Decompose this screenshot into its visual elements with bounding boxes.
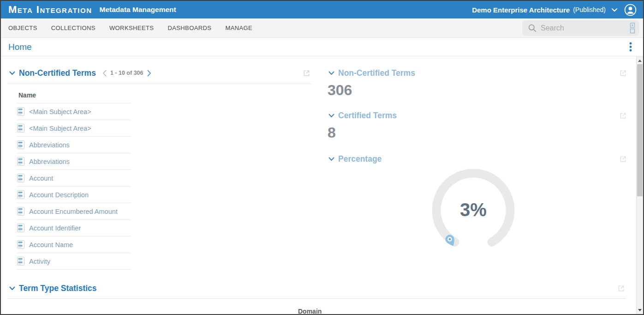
main-nav: OBJECTS COLLECTIONS WORKSHEETS DASHBOARD… bbox=[1, 18, 643, 38]
widget-title: Non-Certified Terms bbox=[338, 68, 415, 78]
term-name: Account Encumbered Amount bbox=[29, 208, 118, 215]
nav-worksheets[interactable]: WORKSHEETS bbox=[109, 24, 154, 31]
term-icon bbox=[17, 124, 24, 133]
list-item[interactable]: Account bbox=[17, 170, 131, 187]
list-item[interactable]: Account Identifier bbox=[17, 220, 131, 236]
term-icon bbox=[17, 257, 24, 266]
open-widget-icon[interactable] bbox=[302, 69, 311, 78]
advanced-search-icon[interactable] bbox=[629, 22, 636, 34]
pagination-range: 1 - 10 of 306 bbox=[110, 70, 143, 76]
non-certified-terms-widget: Non-Certified Terms 306 bbox=[327, 68, 627, 99]
content-area: Non-Certified Terms 1 - 10 of 306 bbox=[1, 56, 643, 314]
term-name: <Main Subject Area> bbox=[29, 125, 91, 132]
scroll-down-button[interactable] bbox=[637, 307, 643, 313]
term-icon bbox=[17, 190, 24, 199]
scrollbar-thumb[interactable] bbox=[637, 64, 643, 196]
list-item[interactable]: Account Description bbox=[17, 187, 131, 203]
open-widget-icon[interactable] bbox=[619, 111, 627, 120]
list-item[interactable]: Account Name bbox=[17, 236, 131, 253]
meta-integration-logo: Meta Integration bbox=[8, 1, 92, 18]
divider bbox=[7, 84, 311, 84]
open-widget-icon[interactable] bbox=[619, 155, 627, 164]
percentage-gauge: 3% bbox=[423, 162, 524, 261]
divider bbox=[7, 298, 626, 299]
repository-status: (Published) bbox=[573, 6, 606, 13]
panel-header: Non-Certified Terms 1 - 10 of 306 bbox=[7, 67, 311, 79]
app-window: Meta Integration Metadata Management Dem… bbox=[0, 0, 644, 315]
nav-dashboards[interactable]: DASHBOARDS bbox=[167, 24, 211, 31]
term-name: Account Description bbox=[29, 191, 89, 199]
vertical-scrollbar[interactable] bbox=[636, 56, 643, 314]
list-item[interactable]: <Main Subject Area> bbox=[17, 103, 131, 120]
collapse-chevron-down-icon[interactable] bbox=[328, 71, 334, 75]
non-certified-terms-panel: Non-Certified Terms 1 - 10 of 306 bbox=[7, 67, 311, 270]
term-icon bbox=[17, 140, 24, 149]
top-bar: Meta Integration Metadata Management Dem… bbox=[1, 1, 643, 18]
app-title: Metadata Management bbox=[100, 6, 176, 14]
term-icon bbox=[17, 157, 24, 166]
term-icon bbox=[17, 174, 24, 182]
terms-list: <Main Subject Area> <Main Subject Area> … bbox=[7, 103, 311, 270]
column-header-name: Name bbox=[18, 91, 311, 99]
domain-column-label: Domain bbox=[298, 308, 322, 315]
user-avatar-icon[interactable] bbox=[624, 4, 637, 16]
prev-page-chevron-icon[interactable] bbox=[101, 70, 108, 77]
term-icon bbox=[17, 207, 24, 216]
gauge-percent-label: 3% bbox=[423, 200, 524, 220]
list-item[interactable]: Abbreviations bbox=[17, 153, 131, 170]
open-widget-icon[interactable] bbox=[617, 284, 626, 293]
term-icon bbox=[17, 240, 24, 249]
list-item[interactable]: Activity bbox=[17, 253, 131, 270]
non-certified-count: 306 bbox=[328, 82, 627, 99]
term-name: Activity bbox=[29, 258, 50, 265]
widget-title: Percentage bbox=[338, 154, 382, 164]
section-title: Term Type Statistics bbox=[19, 284, 97, 293]
repository-name: Demo Enterprise Architecture bbox=[472, 6, 570, 14]
repository-chevron-down-icon[interactable] bbox=[611, 8, 618, 12]
term-name: <Main Subject Area> bbox=[29, 108, 91, 115]
nav-objects[interactable]: OBJECTS bbox=[8, 24, 37, 31]
term-icon bbox=[17, 224, 24, 232]
next-page-chevron-icon[interactable] bbox=[145, 70, 153, 77]
panel-title: Non-Certified Terms bbox=[19, 68, 96, 78]
nav-collections[interactable]: COLLECTIONS bbox=[51, 24, 95, 31]
search-box[interactable] bbox=[522, 20, 639, 36]
page-menu-kebab-icon[interactable] bbox=[627, 41, 634, 53]
search-input[interactable] bbox=[541, 24, 629, 32]
term-name: Account Identifier bbox=[29, 224, 81, 232]
topbar-right: Demo Enterprise Architecture (Published) bbox=[472, 4, 637, 16]
term-name: Abbreviations bbox=[29, 158, 70, 165]
pagination: 1 - 10 of 306 bbox=[101, 70, 153, 77]
breadcrumb: Home bbox=[1, 38, 643, 56]
certified-count: 8 bbox=[328, 124, 627, 141]
collapse-chevron-down-icon[interactable] bbox=[9, 286, 15, 291]
scroll-up-button[interactable] bbox=[637, 57, 643, 64]
collapse-chevron-down-icon[interactable] bbox=[9, 71, 15, 75]
term-type-statistics-section: Term Type Statistics Domain bbox=[7, 283, 626, 299]
nav-manage[interactable]: MANAGE bbox=[225, 24, 252, 31]
list-item[interactable]: <Main Subject Area> bbox=[17, 120, 131, 137]
term-name: Abbreviations bbox=[29, 141, 70, 149]
widget-title: Certified Terms bbox=[338, 111, 397, 121]
term-icon bbox=[17, 107, 24, 116]
collapse-chevron-down-icon[interactable] bbox=[328, 114, 334, 118]
term-name: Account Name bbox=[29, 241, 73, 248]
list-item[interactable]: Account Encumbered Amount bbox=[17, 203, 131, 220]
list-item[interactable]: Abbreviations bbox=[17, 137, 131, 153]
breadcrumb-home-link[interactable]: Home bbox=[8, 42, 32, 52]
term-name: Account bbox=[29, 175, 53, 182]
collapse-chevron-down-icon[interactable] bbox=[328, 157, 334, 161]
search-icon bbox=[528, 24, 537, 33]
certified-terms-widget: Certified Terms 8 bbox=[327, 111, 627, 141]
open-widget-icon[interactable] bbox=[619, 69, 627, 78]
